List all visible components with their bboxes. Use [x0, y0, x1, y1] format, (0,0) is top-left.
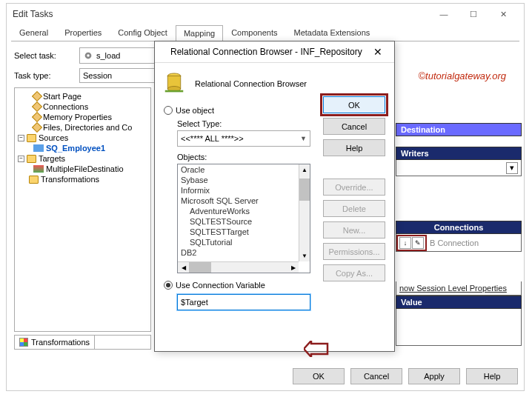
- maximize-button[interactable]: ☐: [459, 5, 488, 23]
- tab-components[interactable]: Components: [223, 24, 285, 41]
- select-type-label: Select Type:: [177, 119, 305, 128]
- connection-buttons-highlight: ↓ ✎: [396, 235, 427, 251]
- select-type-combo[interactable]: <<**** ALL ****>> ▼: [177, 130, 310, 147]
- tab-general[interactable]: General: [11, 24, 56, 41]
- select-task-value: s_load: [96, 51, 120, 60]
- folder-icon: [29, 176, 39, 184]
- writers-header: Writers: [396, 147, 522, 160]
- tree-item: SQ_Employee1: [16, 143, 149, 153]
- tree-item: Start Page: [16, 91, 149, 101]
- list-item[interactable]: SQLTutorial: [178, 237, 299, 247]
- use-connection-variable-radio[interactable]: Use Connection Variable: [164, 281, 305, 290]
- tab-properties[interactable]: Properties: [56, 24, 110, 41]
- destination-header: Destination: [396, 123, 522, 136]
- arrow-annotation: [304, 341, 329, 358]
- tree-item: Transformations: [16, 174, 149, 184]
- chevron-down-icon[interactable]: ▾: [506, 162, 518, 174]
- vertical-scrollbar[interactable]: ▲▼: [299, 164, 310, 261]
- expander-icon[interactable]: −: [18, 156, 24, 162]
- tab-config-object[interactable]: Config Object: [110, 24, 176, 41]
- connections-header: Connections: [396, 221, 522, 234]
- override-button[interactable]: Override...: [323, 179, 385, 196]
- list-item[interactable]: Informix: [178, 185, 299, 196]
- expander-icon[interactable]: −: [18, 135, 24, 141]
- lower-tabs: Transformations: [14, 335, 151, 350]
- tree-item: Memory Properties: [16, 112, 149, 122]
- database-icon: [164, 72, 184, 96]
- tree-item: MultipleFileDestinatio: [16, 164, 149, 174]
- diamond-icon: [32, 122, 42, 133]
- tree-item: −Sources: [16, 133, 149, 143]
- horizontal-scrollbar[interactable]: ◀▶: [178, 261, 299, 273]
- list-item[interactable]: Sybase: [178, 175, 299, 185]
- svg-point-1: [87, 54, 90, 57]
- value-header: Value: [396, 296, 522, 309]
- svg-rect-5: [165, 90, 184, 93]
- folder-icon: [27, 134, 36, 142]
- tree-panel[interactable]: Start Page Connections Memory Properties…: [14, 87, 151, 332]
- bottom-buttons: OK Cancel Apply Help: [293, 368, 518, 384]
- dialog-header: Relational Connection Browser: [164, 72, 385, 96]
- value-grid[interactable]: [396, 309, 522, 346]
- list-item[interactable]: Oracle: [178, 164, 299, 175]
- chevron-down-icon: ▼: [300, 135, 307, 142]
- dialog-buttons: OK Cancel Help Override... Delete New...…: [323, 96, 385, 281]
- list-item[interactable]: AdventureWorks: [178, 206, 299, 216]
- tab-metadata-extensions[interactable]: Metadata Extensions: [286, 24, 379, 41]
- cancel-button[interactable]: Cancel: [323, 118, 385, 135]
- dialog-icon: [161, 50, 164, 54]
- copy-as-button[interactable]: Copy As...: [323, 264, 385, 281]
- radio-icon: [164, 281, 173, 290]
- minimize-button[interactable]: —: [429, 5, 459, 23]
- close-icon[interactable]: ✕: [368, 46, 388, 58]
- diamond-icon: [32, 101, 42, 112]
- edit-icon[interactable]: ✎: [412, 237, 424, 249]
- list-item[interactable]: SQLTESTTarget: [178, 227, 299, 237]
- task-type-value: Session: [83, 71, 112, 80]
- connection-variable-input[interactable]: [177, 294, 310, 310]
- list-item[interactable]: DB2: [178, 247, 299, 258]
- help-button[interactable]: Help: [323, 139, 385, 156]
- objects-listbox[interactable]: Oracle Sybase Informix Microsoft SQL Ser…: [177, 164, 310, 273]
- delete-button[interactable]: Delete: [323, 200, 385, 217]
- folder-icon: [27, 155, 36, 163]
- select-task-label: Select task:: [14, 51, 73, 60]
- window-title: Edit Tasks: [13, 9, 429, 19]
- apply-button[interactable]: Apply: [408, 368, 460, 384]
- target-icon: [33, 165, 44, 173]
- source-qualifier-icon: [33, 144, 44, 152]
- dialog-title: Relational Connection Browser - INF_Repo…: [170, 47, 368, 57]
- ok-highlight-box: [320, 93, 388, 116]
- dialog-titlebar: Relational Connection Browser - INF_Repo…: [155, 41, 394, 63]
- ok-button[interactable]: OK: [293, 368, 345, 384]
- task-type-label: Task type:: [14, 71, 73, 80]
- radio-icon: [164, 106, 173, 115]
- connection-row[interactable]: ↓ ✎ B Connection: [396, 234, 522, 252]
- grid-icon: [19, 338, 28, 347]
- diamond-icon: [32, 112, 42, 122]
- connection-text: B Connection: [427, 238, 479, 247]
- gear-icon: [83, 50, 93, 61]
- cancel-button[interactable]: Cancel: [350, 368, 402, 384]
- down-arrow-icon[interactable]: ↓: [399, 237, 411, 249]
- transformations-tab[interactable]: Transformations: [15, 336, 95, 349]
- new-button[interactable]: New...: [323, 221, 385, 238]
- use-object-radio[interactable]: Use object: [164, 106, 305, 115]
- tab-mapping[interactable]: Mapping: [176, 25, 223, 41]
- help-button[interactable]: Help: [466, 368, 518, 384]
- dialog-header-text: Relational Connection Browser: [195, 79, 307, 88]
- list-item[interactable]: Microsoft SQL Server: [178, 196, 299, 206]
- relational-connection-browser-dialog: Relational Connection Browser - INF_Repo…: [154, 41, 395, 352]
- list-item[interactable]: SQLTESTSource: [178, 216, 299, 227]
- show-session-props-link[interactable]: now Session Level Properties: [396, 281, 522, 296]
- watermark: ©tutorialgateway.org: [419, 70, 506, 81]
- permissions-button[interactable]: Permissions...: [323, 243, 385, 260]
- close-button[interactable]: ✕: [488, 5, 518, 23]
- diamond-icon: [32, 91, 42, 101]
- tree-item: Connections: [16, 101, 149, 112]
- main-tabs: General Properties Config Object Mapping…: [11, 24, 519, 41]
- writers-row[interactable]: ▾: [396, 160, 522, 176]
- tree-item: −Targets: [16, 153, 149, 164]
- titlebar: Edit Tasks — ☐ ✕: [7, 4, 524, 24]
- right-pane: Destination Writers ▾ Connections ↓ ✎ B …: [396, 123, 522, 346]
